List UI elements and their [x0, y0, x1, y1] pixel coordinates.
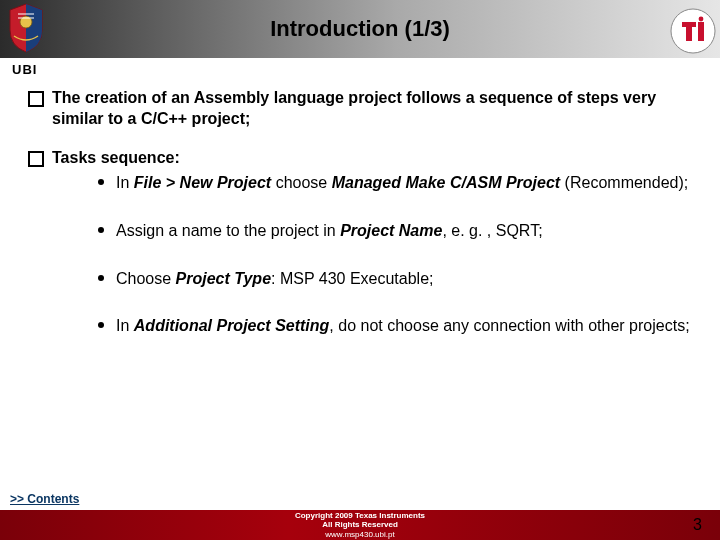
ti-logo — [670, 8, 716, 54]
sub-item-3: Choose Project Type: MSP 430 Executable; — [98, 268, 694, 290]
svg-point-2 — [699, 17, 704, 22]
bullet-item-1: The creation of an Assembly language pro… — [28, 88, 694, 130]
svg-point-1 — [671, 9, 715, 53]
footer-bar: Copyright 2009 Texas Instruments All Rig… — [0, 510, 720, 540]
sub-item-2: Assign a name to the project in Project … — [98, 220, 694, 242]
ubi-crest-logo — [4, 2, 48, 54]
slide-body: The creation of an Assembly language pro… — [28, 88, 694, 363]
footer-copyright: Copyright 2009 Texas Instruments — [295, 511, 425, 520]
footer-url: www.msp430.ubi.pt — [325, 530, 394, 539]
slide-title: Introduction (1/3) — [270, 16, 450, 42]
contents-link[interactable]: >> Contents — [10, 492, 79, 506]
bullet-item-2: Tasks sequence: In File > New Project ch… — [28, 148, 694, 337]
title-bar: Introduction (1/3) — [0, 0, 720, 58]
bullet-list: The creation of an Assembly language pro… — [28, 88, 694, 130]
sub-list: In File > New Project choose Managed Mak… — [98, 172, 694, 336]
bullet-2-heading: Tasks sequence: — [52, 149, 180, 166]
bullet-1-text: The creation of an Assembly language pro… — [52, 89, 656, 127]
sub-item-4: In Additional Project Setting, do not ch… — [98, 315, 694, 337]
bullet-list-2: Tasks sequence: In File > New Project ch… — [28, 148, 694, 337]
slide: Introduction (1/3) UBI The creation of a… — [0, 0, 720, 540]
page-number: 3 — [693, 516, 702, 534]
ubi-label: UBI — [12, 62, 37, 77]
footer-rights: All Rights Reserved — [322, 520, 398, 529]
sub-item-1: In File > New Project choose Managed Mak… — [98, 172, 694, 194]
